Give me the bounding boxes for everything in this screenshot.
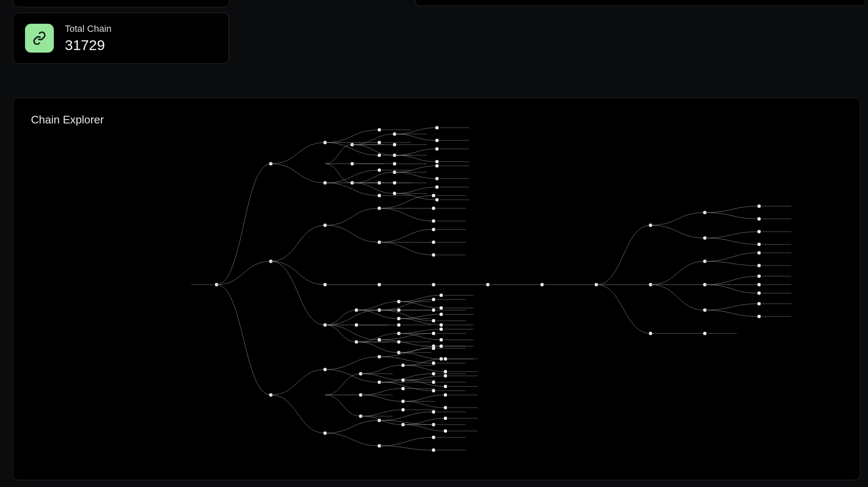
svg-point-213 — [444, 429, 447, 433]
svg-point-27 — [432, 228, 435, 231]
svg-point-8 — [378, 154, 381, 157]
svg-point-133 — [435, 147, 439, 151]
svg-point-20 — [432, 194, 435, 197]
stat-label: Total Chain — [65, 24, 111, 34]
chain-explorer-panel[interactable]: Chain Explorer — [13, 98, 860, 480]
svg-point-96 — [432, 389, 435, 392]
svg-point-100 — [432, 410, 435, 414]
svg-point-129 — [435, 126, 439, 129]
stat-value: 31729 — [65, 38, 111, 52]
svg-point-69 — [703, 332, 707, 335]
svg-point-73 — [432, 298, 435, 301]
svg-point-11 — [378, 168, 381, 172]
svg-point-77 — [432, 319, 435, 322]
stat-card-total-chain: Total Chain 31729 — [13, 13, 229, 64]
svg-point-175 — [440, 338, 443, 341]
svg-point-107 — [432, 448, 435, 452]
svg-point-203 — [444, 374, 447, 378]
svg-point-105 — [432, 436, 435, 439]
svg-point-61 — [757, 291, 761, 295]
svg-point-121 — [393, 162, 396, 165]
svg-point-205 — [444, 385, 447, 388]
svg-point-31 — [432, 253, 435, 257]
svg-point-87 — [432, 347, 435, 350]
svg-point-41 — [757, 204, 761, 208]
svg-point-165 — [440, 294, 443, 297]
svg-point-199 — [444, 357, 447, 361]
svg-point-209 — [444, 406, 447, 409]
svg-point-64 — [757, 302, 761, 305]
svg-point-169 — [440, 313, 443, 316]
svg-point-201 — [444, 370, 447, 373]
svg-point-89 — [432, 361, 435, 365]
svg-point-4 — [378, 128, 381, 132]
svg-point-94 — [432, 381, 435, 384]
svg-point-191 — [401, 387, 405, 390]
svg-point-66 — [757, 315, 761, 318]
svg-point-80 — [432, 332, 435, 335]
svg-point-207 — [444, 393, 447, 397]
svg-point-173 — [440, 327, 443, 331]
panel-prev — [415, 0, 865, 6]
svg-point-143 — [435, 198, 439, 202]
svg-point-43 — [757, 217, 761, 221]
svg-point-211 — [444, 417, 447, 420]
svg-point-131 — [435, 139, 439, 142]
svg-point-52 — [757, 251, 761, 255]
svg-point-22 — [432, 207, 435, 210]
svg-point-153 — [397, 308, 401, 312]
svg-point-24 — [432, 219, 435, 223]
svg-point-59 — [757, 283, 761, 286]
chain-tree-graph[interactable] — [13, 98, 860, 480]
svg-point-29 — [432, 241, 435, 244]
svg-point-6 — [378, 141, 381, 144]
svg-point-125 — [393, 181, 396, 185]
svg-point-92 — [432, 372, 435, 375]
svg-point-167 — [440, 306, 443, 310]
svg-point-139 — [435, 177, 439, 180]
svg-point-117 — [393, 143, 396, 146]
svg-point-195 — [401, 408, 405, 411]
svg-point-46 — [757, 230, 761, 233]
svg-point-135 — [435, 160, 439, 163]
stat-card-prev — [13, 0, 230, 7]
svg-point-48 — [757, 243, 761, 246]
svg-point-75 — [432, 308, 435, 312]
svg-point-54 — [757, 264, 761, 267]
svg-point-177 — [440, 344, 443, 348]
svg-point-161 — [397, 340, 401, 344]
svg-point-157 — [397, 323, 401, 327]
svg-point-137 — [435, 164, 439, 168]
svg-point-15 — [378, 194, 381, 197]
svg-point-171 — [440, 323, 443, 327]
chain-link-icon — [25, 24, 54, 53]
svg-point-57 — [757, 274, 761, 278]
svg-point-141 — [435, 185, 439, 189]
